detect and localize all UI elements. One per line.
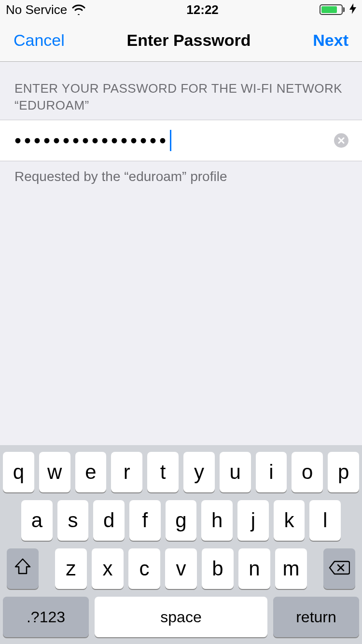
key-a[interactable]: a [21,500,53,541]
next-button[interactable]: Next [313,31,348,50]
cancel-button[interactable]: Cancel [14,31,65,50]
key-backspace[interactable] [323,548,355,589]
key-l[interactable]: l [309,500,341,541]
key-numbers[interactable]: .?123 [3,597,89,637]
close-icon [338,137,345,144]
charging-icon [349,3,356,16]
key-space[interactable]: space [95,597,267,637]
keyboard-row-2: a s d f g h j k l [3,500,359,541]
key-j[interactable]: j [237,500,269,541]
key-g[interactable]: g [166,500,197,541]
key-t[interactable]: t [147,452,179,492]
status-bar: No Service 12:22 [0,0,362,19]
key-w[interactable]: w [39,452,70,492]
keyboard: q w e r t y u i o p a s d f g h j k l z … [0,445,362,644]
key-r[interactable]: r [111,452,142,492]
wifi-icon [72,4,85,15]
status-right [320,3,356,16]
backspace-icon [329,557,350,580]
key-p[interactable]: p [328,452,359,492]
key-z[interactable]: z [55,548,87,589]
section-header-line2: “EDUROAM” [14,98,348,113]
key-i[interactable]: i [256,452,287,492]
key-m[interactable]: m [275,548,307,589]
page-title: Enter Password [127,31,251,50]
key-b[interactable]: b [202,548,234,589]
text-cursor [170,130,171,151]
key-s[interactable]: s [57,500,89,541]
shift-icon [14,557,32,580]
key-k[interactable]: k [274,500,305,541]
keyboard-row-4: .?123 space return [3,597,359,637]
key-x[interactable]: x [92,548,124,589]
nav-bar: Cancel Enter Password Next [0,19,362,62]
key-u[interactable]: u [220,452,251,492]
key-c[interactable]: c [128,548,160,589]
key-shift[interactable] [7,548,39,589]
key-o[interactable]: o [292,452,323,492]
key-e[interactable]: e [75,452,107,492]
password-field[interactable]: •••••••••••••••• [0,120,362,161]
key-q[interactable]: q [3,452,34,492]
carrier-label: No Service [6,2,67,17]
key-y[interactable]: y [183,452,215,492]
keyboard-row-1: q w e r t y u i o p [3,452,359,492]
section-header-line1: ENTER YOUR PASSWORD FOR THE WI-FI NETWOR… [14,81,348,96]
section-header: ENTER YOUR PASSWORD FOR THE WI-FI NETWOR… [0,62,362,120]
password-masked-value: •••••••••••••••• [14,130,171,152]
key-f[interactable]: f [129,500,161,541]
footer-note: Requested by the “eduroam” profile [0,161,362,192]
clock-label: 12:22 [186,2,219,17]
password-dots: •••••••••••••••• [14,130,169,152]
key-return[interactable]: return [273,597,359,637]
key-h[interactable]: h [201,500,233,541]
keyboard-row-3: z x c v b n m [3,548,359,589]
battery-icon [320,4,345,15]
status-left: No Service [6,2,85,17]
key-d[interactable]: d [93,500,125,541]
key-n[interactable]: n [238,548,270,589]
key-v[interactable]: v [165,548,197,589]
clear-button[interactable] [334,133,348,148]
